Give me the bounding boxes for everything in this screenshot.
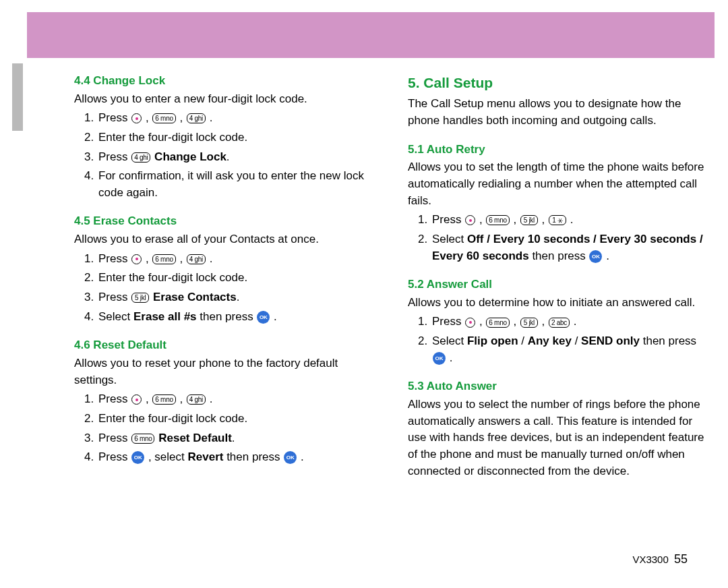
heading-5-3: 5.3 Auto Answer xyxy=(408,378,708,395)
key-6-icon: 6 mno xyxy=(486,318,509,328)
nav-key-icon xyxy=(465,215,475,225)
key-6-icon: 6 mno xyxy=(152,254,175,264)
text: Press xyxy=(98,111,131,124)
page-content: 4.4 Change Lock Allows you to enter a ne… xyxy=(74,73,708,482)
steps-4-5: Press , 6 mno , 4 ghi . Enter the four-d… xyxy=(97,251,374,326)
text: , select xyxy=(145,450,187,463)
heading-4-5: 4.5 Erase Contacts xyxy=(74,213,374,230)
intro-5-1: Allows you to set the length of time the… xyxy=(408,159,708,209)
nav-key-icon xyxy=(131,113,142,123)
heading-5-1: 5.1 Auto Retry xyxy=(408,142,708,158)
key-2-icon: 2 abc xyxy=(549,318,570,328)
step: Press , 6 mno , 5 jkl , 1 ⚹ . xyxy=(431,212,708,229)
text: Press xyxy=(98,291,131,303)
steps-5-1: Press , 6 mno , 5 jkl , 1 ⚹ . Select Off… xyxy=(431,212,708,264)
bold: Reset Default xyxy=(158,432,232,444)
ok-key-icon: OK xyxy=(284,451,297,464)
step: Press 6 mno Reset Default. xyxy=(97,430,374,447)
step: Press , 6 mno , 4 ghi . xyxy=(97,251,374,268)
key-1-icon: 1 ⚹ xyxy=(549,215,566,225)
intro-5: The Call Setup menu allows you to design… xyxy=(408,96,708,129)
ok-key-icon: OK xyxy=(589,250,602,263)
step: Press 5 jkl Erase Contacts. xyxy=(97,289,374,306)
intro-5-2: Allows you to determine how to initiate … xyxy=(408,295,708,312)
heading-5-2: 5.2 Answer Call xyxy=(408,276,708,293)
ok-key-icon: OK xyxy=(257,311,270,324)
text: / xyxy=(518,334,528,347)
step: Select Flip open / Any key / SEND only t… xyxy=(431,333,708,366)
text: then press xyxy=(197,310,257,323)
text: Press xyxy=(432,315,464,328)
step: Enter the four-digit lock code. xyxy=(97,270,374,287)
model-label: VX3300 xyxy=(632,554,668,565)
key-4-icon: 4 ghi xyxy=(187,113,206,123)
ok-key-icon: OK xyxy=(131,451,144,464)
step: Press 4 ghi Change Lock. xyxy=(97,149,374,166)
text: / xyxy=(572,334,581,347)
step: Press , 6 mno , 5 jkl , 2 abc . xyxy=(431,314,708,330)
text: Press xyxy=(98,392,131,405)
bold: Any key xyxy=(528,334,572,347)
nav-key-icon xyxy=(131,254,142,264)
steps-4-4: Press , 6 mno , 4 ghi . Enter the four-d… xyxy=(97,110,374,201)
key-4-icon: 4 ghi xyxy=(187,254,206,264)
nav-key-icon xyxy=(131,394,142,405)
bold: SEND only xyxy=(581,334,640,347)
text: then press xyxy=(223,450,283,463)
steps-4-6: Press , 6 mno , 4 ghi . Enter the four-d… xyxy=(97,391,374,466)
bold: Flip open xyxy=(467,334,518,347)
header-banner xyxy=(27,12,715,58)
text: then press xyxy=(640,334,696,347)
key-6-icon: 6 mno xyxy=(131,434,154,444)
key-6-icon: 6 mno xyxy=(486,215,509,225)
page-footer: VX3300 55 xyxy=(632,552,688,566)
step: Press OK , select Revert then press OK . xyxy=(97,449,374,466)
text: Press xyxy=(98,150,131,163)
step: For confirmation, it will ask you to ent… xyxy=(97,168,374,201)
text: Press xyxy=(432,213,464,226)
ok-key-icon: OK xyxy=(433,352,446,365)
intro-4-4: Allows you to enter a new four-digit loc… xyxy=(74,91,374,108)
key-4-icon: 4 ghi xyxy=(131,152,150,163)
step: Press , 6 mno , 4 ghi . xyxy=(97,110,374,127)
side-tab xyxy=(12,63,23,131)
key-4-icon: 4 ghi xyxy=(187,394,206,405)
nav-key-icon xyxy=(465,318,475,328)
key-6-icon: 6 mno xyxy=(152,113,175,123)
left-column: 4.4 Change Lock Allows you to enter a ne… xyxy=(74,73,374,482)
page-number: 55 xyxy=(674,552,688,566)
bold: Erase Contacts xyxy=(153,291,237,303)
intro-4-6: Allows you to reset your phone to the fa… xyxy=(74,355,374,388)
key-6-icon: 6 mno xyxy=(152,394,175,405)
intro-5-3: Allows you to select the number of rings… xyxy=(408,396,708,479)
step: Enter the four-digit lock code. xyxy=(97,129,374,146)
text: Press xyxy=(98,432,131,444)
key-5-icon: 5 jkl xyxy=(520,215,538,225)
heading-4-4: 4.4 Change Lock xyxy=(74,73,374,90)
step: Enter the four-digit lock code. xyxy=(97,411,374,428)
bold: Revert xyxy=(188,450,224,463)
steps-5-2: Press , 6 mno , 5 jkl , 2 abc . Select F… xyxy=(431,314,708,366)
bold: Erase all #s xyxy=(133,310,197,323)
bold: Change Lock xyxy=(154,150,226,163)
key-5-icon: 5 jkl xyxy=(520,318,538,328)
text: Press xyxy=(98,450,131,463)
right-column: 5. Call Setup The Call Setup menu allows… xyxy=(408,73,708,482)
intro-4-5: Allows you to erase all of your Contacts… xyxy=(74,231,374,248)
step: Select Erase all #s then press OK . xyxy=(97,309,374,326)
text: Select xyxy=(432,233,467,245)
text: Press xyxy=(98,252,131,265)
heading-4-6: 4.6 Reset Default xyxy=(74,337,374,354)
text: Select xyxy=(98,310,133,323)
text: Select xyxy=(432,334,467,347)
heading-5: 5. Call Setup xyxy=(408,73,708,93)
text: then press xyxy=(529,249,589,262)
step: Select Off / Every 10 seconds / Every 30… xyxy=(431,231,708,264)
key-5-icon: 5 jkl xyxy=(131,293,149,303)
step: Press , 6 mno , 4 ghi . xyxy=(97,391,374,408)
